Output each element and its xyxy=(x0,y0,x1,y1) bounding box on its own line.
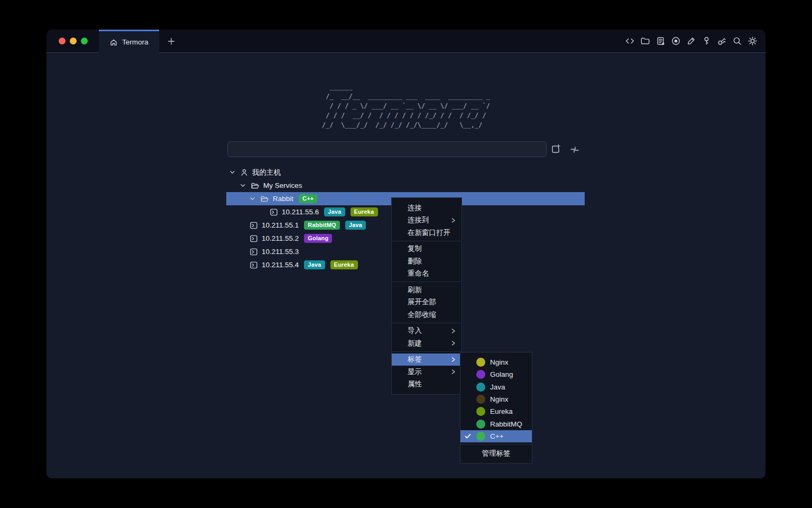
tag-color-dot xyxy=(476,383,485,392)
collapse-all-icon[interactable] xyxy=(569,144,580,156)
submenu-item-tag-golang[interactable]: Golang xyxy=(460,368,532,380)
menu-item-show[interactable]: 显示 xyxy=(392,366,462,378)
toolbar xyxy=(625,30,765,52)
check-icon xyxy=(465,433,472,439)
tags-submenu: Nginx Golang Java Nginx xyxy=(460,352,532,464)
tree-item-label: My Services xyxy=(263,182,302,189)
new-tab-button[interactable] xyxy=(159,30,183,52)
submenu-item-tag-nginx-2[interactable]: Nginx xyxy=(460,393,532,405)
menu-item-connect-to[interactable]: 连接到 xyxy=(392,214,462,227)
traffic-lights xyxy=(47,30,99,52)
tag-color-dot xyxy=(476,370,485,379)
ascii-logo: ______ /_ __/__ _________ ___ ____ _____… xyxy=(322,82,490,130)
main-content: ______ /_ __/__ _________ ___ ____ _____… xyxy=(47,53,765,478)
chevron-right-icon xyxy=(451,328,456,334)
tag-badge: C++ xyxy=(299,194,317,203)
submenu-item-tag-rabbitmq[interactable]: RabbitMQ xyxy=(460,418,532,430)
terminal-icon xyxy=(250,248,258,256)
home-icon xyxy=(109,38,118,47)
submenu-item-tag-java[interactable]: Java xyxy=(460,381,532,393)
tag-badge: Golang xyxy=(304,234,332,243)
tree-item-my-hosts[interactable]: 我的主机 xyxy=(226,166,585,179)
tag-badge: Eureka xyxy=(330,260,358,269)
tree-item-label: 10.211.55.6 xyxy=(282,208,319,216)
chevron-right-icon xyxy=(451,217,456,223)
zoom-window-button[interactable] xyxy=(81,38,88,44)
close-window-button[interactable] xyxy=(59,38,66,44)
tree-item-label: Rabbit xyxy=(273,195,293,203)
tag-color-dot xyxy=(476,432,485,441)
search-input[interactable] xyxy=(227,141,547,157)
menu-item-connect[interactable]: 连接 xyxy=(392,202,462,214)
tree-item-label: 10.211.55.3 xyxy=(262,248,299,256)
settings-icon[interactable] xyxy=(748,36,758,46)
menu-item-copy[interactable]: 复制 xyxy=(392,243,462,256)
menu-separator xyxy=(392,351,462,352)
terminal-icon xyxy=(250,221,258,230)
tag-color-dot xyxy=(476,420,485,429)
key-icon[interactable] xyxy=(702,36,712,46)
submenu-item-tag-nginx-1[interactable]: Nginx xyxy=(460,356,532,368)
submenu-item-manage-tags[interactable]: 管理标签 xyxy=(460,446,532,461)
context-menu: 连接 连接到 在新窗口打开 复制 删除 重命名 刷新 展开全部 全部收缩 导入 … xyxy=(391,197,462,395)
chevron-down-icon[interactable] xyxy=(240,183,246,188)
user-icon xyxy=(240,168,248,177)
menu-item-import[interactable]: 导入 xyxy=(392,325,462,338)
screen: Termora xyxy=(0,0,812,508)
folder-icon[interactable] xyxy=(640,36,650,46)
menu-separator xyxy=(392,241,462,241)
log-icon[interactable] xyxy=(656,36,666,46)
chevron-down-icon[interactable] xyxy=(229,169,236,175)
tag-color-dot xyxy=(476,395,485,404)
submenu-item-tag-cpp[interactable]: C++ xyxy=(460,430,532,442)
terminal-icon xyxy=(270,208,278,216)
menu-item-tags[interactable]: 标签 xyxy=(392,353,462,366)
tag-color-dot xyxy=(476,407,485,416)
tag-badge: Java xyxy=(324,207,345,216)
submenu-item-tag-eureka[interactable]: Eureka xyxy=(460,405,532,418)
terminal-icon xyxy=(250,234,258,243)
edit-icon[interactable] xyxy=(686,36,696,46)
chevron-right-icon xyxy=(451,369,456,375)
menu-item-collapse-all[interactable]: 全部收缩 xyxy=(392,309,462,321)
menu-separator xyxy=(392,323,462,323)
tree-item-label: 10.211.55.2 xyxy=(262,234,299,242)
tab-termora[interactable]: Termora xyxy=(99,30,159,53)
menu-separator xyxy=(392,282,462,282)
tag-badge: RabbitMQ xyxy=(304,221,340,230)
plus-icon xyxy=(167,37,176,46)
title-bar: Termora xyxy=(47,30,765,53)
menu-item-refresh[interactable]: 刷新 xyxy=(392,284,462,296)
search-icon[interactable] xyxy=(732,36,742,46)
tag-badge: Java xyxy=(304,260,325,269)
add-host-icon[interactable] xyxy=(550,143,561,155)
menu-item-delete[interactable]: 删除 xyxy=(392,255,462,268)
menu-item-new[interactable]: 新建 xyxy=(392,337,462,350)
minimize-window-button[interactable] xyxy=(70,38,77,44)
code-icon[interactable] xyxy=(625,36,635,46)
folder-open-icon xyxy=(251,182,260,190)
menu-item-rename[interactable]: 重命名 xyxy=(392,268,462,280)
chevron-down-icon[interactable] xyxy=(250,196,256,202)
tag-badge: Java xyxy=(345,221,366,230)
tree-item-label: 我的主机 xyxy=(252,168,281,177)
menu-item-open-in-new-window[interactable]: 在新窗口打开 xyxy=(392,226,462,239)
tag-color-dot xyxy=(476,358,485,367)
chevron-right-icon xyxy=(451,340,456,346)
tab-title: Termora xyxy=(122,38,149,46)
app-window: Termora xyxy=(47,30,765,478)
keychain-icon[interactable] xyxy=(717,36,727,46)
chevron-right-icon xyxy=(451,357,456,362)
menu-separator xyxy=(460,444,532,444)
record-icon[interactable] xyxy=(671,36,681,46)
terminal-icon xyxy=(250,261,258,269)
menu-item-expand-all[interactable]: 展开全部 xyxy=(392,296,462,309)
tree-item-label: 10.211.55.1 xyxy=(262,221,299,229)
menu-item-properties[interactable]: 属性 xyxy=(392,378,462,391)
tag-badge: Eureka xyxy=(350,207,378,216)
tree-item-label: 10.211.55.4 xyxy=(262,261,299,269)
tree-item-my-services[interactable]: My Services xyxy=(226,179,585,192)
folder-open-icon xyxy=(260,195,269,203)
